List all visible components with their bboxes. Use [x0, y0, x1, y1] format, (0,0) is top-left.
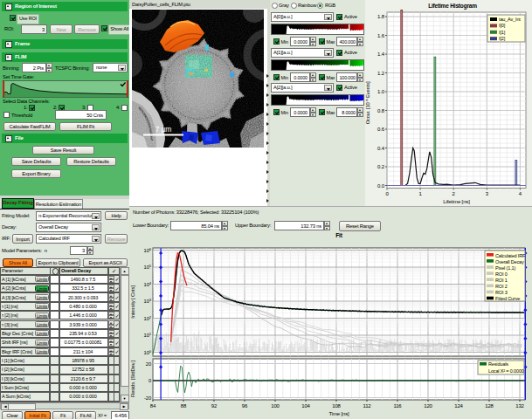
svg-text:0: 0: [149, 378, 151, 383]
svg-text:0.4: 0.4: [377, 146, 385, 151]
svg-text:4: 4: [519, 191, 522, 196]
svg-text:ROI 2: ROI 2: [495, 284, 508, 289]
svg-text:96: 96: [242, 403, 248, 409]
svg-text:116: 116: [393, 403, 402, 409]
svg-text:Overall Decay: Overall Decay: [495, 259, 524, 264]
svg-text:Intensity [ Cnts]: Intensity [ Cnts]: [130, 285, 135, 319]
svg-text:92: 92: [211, 403, 218, 409]
svg-text:Lifetime [ns]: Lifetime [ns]: [443, 199, 470, 204]
svg-text:106: 106: [144, 247, 152, 253]
svg-text:84: 84: [150, 403, 156, 409]
svg-text:1.4: 1.4: [377, 52, 385, 57]
svg-text:0.6: 0.6: [377, 127, 385, 132]
svg-text:1.6: 1.6: [377, 33, 385, 38]
svg-text:132: 132: [515, 403, 524, 409]
svg-text:I[2]: I[2]: [499, 36, 506, 41]
svg-text:1.2: 1.2: [377, 71, 385, 76]
svg-text:ROI 3: ROI 3: [495, 290, 508, 295]
svg-text:Pixel (1,1): Pixel (1,1): [495, 265, 515, 271]
svg-text:100: 100: [271, 403, 280, 409]
svg-text:Occur. [10 ^ Events]: Occur. [10 ^ Events]: [365, 81, 370, 124]
svg-text:7 µm: 7 µm: [155, 125, 172, 134]
svg-text:120: 120: [424, 403, 432, 409]
svg-text:-20: -20: [144, 395, 151, 401]
svg-text:20: 20: [146, 361, 151, 367]
svg-text:88: 88: [181, 403, 187, 409]
svg-text:Fitted Curve: Fitted Curve: [495, 296, 520, 301]
svg-text:Time [ns]: Time [ns]: [328, 411, 349, 416]
svg-text:1.0: 1.0: [377, 89, 385, 94]
svg-text:102: 102: [144, 315, 152, 321]
svg-text:tau_Av_Int: tau_Av_Int: [499, 17, 521, 22]
svg-text:104: 104: [144, 281, 152, 287]
svg-text:128: 128: [485, 403, 494, 409]
svg-text:0: 0: [385, 191, 389, 196]
svg-text:100: 100: [144, 349, 152, 355]
svg-text:3: 3: [486, 191, 489, 196]
svg-text:112: 112: [363, 403, 371, 409]
svg-text:2: 2: [453, 191, 456, 196]
svg-text:1: 1: [419, 191, 423, 196]
svg-text:1.8: 1.8: [377, 14, 385, 19]
svg-text:Local X² = 0.0000: Local X² = 0.0000: [488, 368, 524, 374]
svg-text:108: 108: [332, 403, 341, 409]
svg-text:ROI 0: ROI 0: [495, 271, 508, 277]
svg-text:Residuals: Residuals: [488, 361, 508, 367]
svg-text:Calculated IRF: Calculated IRF: [495, 253, 526, 258]
svg-text:I[1]: I[1]: [499, 30, 506, 35]
svg-text:ROI 1: ROI 1: [495, 278, 508, 283]
svg-text:0.2: 0.2: [377, 164, 385, 169]
svg-text:101: 101: [144, 332, 152, 338]
svg-text:103: 103: [144, 298, 152, 304]
svg-text:Resids. [StdDev.]: Resids. [StdDev.]: [130, 361, 135, 397]
svg-text:I[0]: I[0]: [499, 23, 506, 28]
svg-text:0.0: 0.0: [377, 183, 385, 189]
svg-text:124: 124: [454, 403, 463, 409]
svg-text:0.8: 0.8: [377, 108, 385, 113]
svg-text:105: 105: [144, 264, 152, 270]
svg-text:104: 104: [301, 403, 310, 409]
